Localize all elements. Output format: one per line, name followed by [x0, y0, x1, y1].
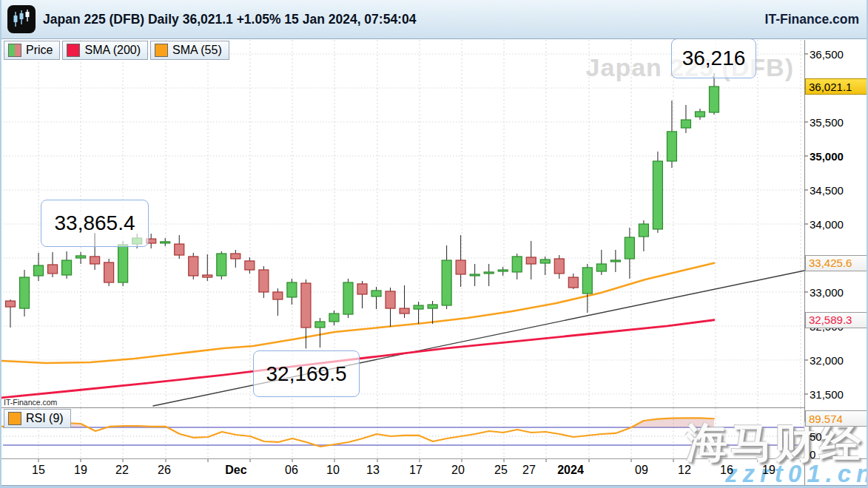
candlestick: [175, 244, 184, 255]
candlestick: [301, 283, 311, 328]
candlestick: [386, 291, 395, 308]
candlestick: [315, 322, 325, 328]
candlestick: [259, 270, 269, 292]
candlestick: [76, 256, 86, 258]
legend-chip-sma-200-[interactable]: SMA (200): [62, 41, 148, 60]
trendline: [153, 271, 804, 406]
candlestick: [667, 132, 676, 161]
candlestick: [428, 305, 437, 308]
candlestick: [526, 257, 536, 264]
candlestick: [470, 274, 480, 276]
candlestick: [456, 260, 465, 274]
rsi-legend: RSI (9): [4, 409, 71, 428]
candlestick: [442, 260, 451, 305]
legend-chip-rsi-9-[interactable]: RSI (9): [4, 409, 71, 428]
legend-chip-label: SMA (55): [172, 44, 222, 57]
chart-window: Japan 225 (DFB) Daily 36,021.1 +1.05% 15…: [0, 0, 868, 488]
candlestick: [512, 257, 522, 272]
candlestick: [639, 224, 648, 237]
swing-label-callout[interactable]: 36,216: [671, 38, 756, 78]
candlestick: [484, 272, 494, 274]
candlestick-chart-icon: [7, 5, 36, 33]
candlestick: [568, 277, 578, 288]
url-watermark: zzrt01.cn: [725, 460, 868, 488]
candlestick: [231, 254, 240, 259]
candlestick: [400, 308, 409, 314]
candlestick: [20, 277, 30, 308]
chart-title: Japan 225 (DFB) Daily 36,021.1 +1.05% 15…: [43, 12, 416, 27]
candlestick: [625, 237, 634, 259]
price-swatch: [8, 44, 21, 57]
swing-label-callout[interactable]: 32,169.5: [253, 350, 360, 397]
sma55-swatch: [155, 44, 168, 57]
candlestick: [498, 270, 508, 271]
legend-chip-sma-55-[interactable]: SMA (55): [150, 41, 229, 60]
candlestick: [710, 87, 719, 112]
candlestick: [203, 275, 212, 277]
candlestick: [681, 120, 690, 128]
swing-label-callout[interactable]: 33,865.4: [41, 200, 149, 247]
candlestick: [90, 257, 100, 264]
legend-chip-label: RSI (9): [26, 412, 64, 425]
sma200-swatch: [67, 44, 80, 57]
candlestick: [329, 314, 339, 322]
candlestick: [695, 112, 704, 117]
legend-chip-label: Price: [26, 44, 53, 57]
main-legend: PriceSMA (200)SMA (55): [4, 41, 229, 60]
candlestick: [161, 242, 170, 243]
candlestick: [414, 305, 423, 309]
candlestick: [287, 282, 297, 297]
candlestick: [540, 260, 550, 263]
candlestick: [6, 301, 16, 307]
candlestick: [371, 291, 381, 296]
candlestick: [582, 268, 592, 294]
candlestick: [245, 261, 255, 270]
legend-chip-price[interactable]: Price: [4, 41, 60, 60]
candlestick: [596, 264, 606, 271]
candlestick: [343, 282, 353, 314]
candlestick: [104, 262, 114, 282]
candlestick: [273, 292, 283, 299]
candlestick: [653, 161, 662, 229]
sma55-swatch: [8, 412, 21, 425]
legend-chip-label: SMA (200): [84, 44, 141, 57]
header-bar: Japan 225 (DFB) Daily 36,021.1 +1.05% 15…: [1, 0, 867, 39]
candlestick: [357, 284, 367, 294]
plot-brand-text: IT-Finance.com: [4, 398, 57, 407]
candlestick: [118, 245, 128, 282]
candlestick: [189, 257, 198, 276]
candlestick: [554, 259, 564, 274]
candlestick: [62, 260, 72, 275]
candlestick: [34, 265, 44, 276]
rsi-line: [1, 418, 714, 447]
candlestick: [217, 254, 226, 276]
brand-link[interactable]: IT-Finance.com: [765, 12, 859, 27]
candlestick: [48, 265, 58, 274]
candlestick: [610, 260, 620, 262]
